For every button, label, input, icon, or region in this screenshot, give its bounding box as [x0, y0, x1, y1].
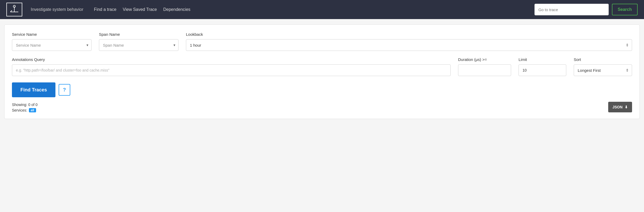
service-name-group: Service Name Service Name ▾: [12, 32, 92, 51]
search-panel: Service Name Service Name ▾ Span Name Sp…: [4, 24, 640, 119]
services-all-badge: all: [29, 108, 36, 112]
form-row-1: Service Name Service Name ▾ Span Name Sp…: [12, 32, 632, 51]
sort-label: Sort: [574, 57, 632, 62]
download-icon: ⬇: [625, 105, 628, 109]
status-left: Showing: 0 of 0 Services: all: [12, 101, 38, 112]
sort-select[interactable]: Longest First Shortest First Newest Firs…: [574, 64, 632, 76]
sort-select-wrapper: Longest First Shortest First Newest Firs…: [574, 64, 632, 76]
nav-view-saved[interactable]: View Saved Trace: [123, 7, 157, 12]
sort-group: Sort Longest First Shortest First Newest…: [574, 57, 632, 76]
duration-group: Duration (μs) >=: [458, 57, 511, 76]
span-name-select[interactable]: Span Name: [99, 39, 179, 51]
service-name-select[interactable]: Service Name: [12, 39, 92, 51]
nav-find-trace[interactable]: Find a trace: [94, 7, 116, 12]
duration-label: Duration (μs) >=: [458, 57, 511, 62]
lookback-label: Lookback: [186, 32, 632, 37]
header: Investigate system behavior Find a trace…: [0, 0, 644, 19]
services-label: Services:: [12, 108, 27, 112]
status-row: Showing: 0 of 0 Services: all JSON ⬇: [12, 101, 632, 112]
json-download-button[interactable]: JSON ⬇: [608, 102, 632, 112]
showing-text: Showing: 0 of 0: [12, 101, 38, 108]
annotations-input[interactable]: [12, 64, 451, 76]
limit-label: Limit: [519, 57, 566, 62]
lookback-select[interactable]: 1 hour 2 hours 6 hours 12 hours 1 day 2 …: [186, 39, 632, 51]
json-label: JSON: [612, 105, 623, 109]
service-name-label: Service Name: [12, 32, 92, 37]
buttons-row: Find Traces ?: [12, 82, 632, 97]
logo[interactable]: [6, 3, 22, 16]
annotations-label: Annotations Query: [12, 57, 451, 62]
limit-group: Limit: [519, 57, 566, 76]
lookback-group: Lookback 1 hour 2 hours 6 hours 12 hours…: [186, 32, 632, 51]
services-line: Services: all: [12, 108, 38, 112]
span-name-select-wrapper: Span Name ▾: [99, 39, 179, 51]
tagline: Investigate system behavior: [31, 7, 83, 12]
form-row-2: Annotations Query Duration (μs) >= Limit…: [12, 57, 632, 76]
span-name-label: Span Name: [99, 32, 179, 37]
nav-dependencies[interactable]: Dependencies: [163, 7, 190, 12]
limit-input[interactable]: [519, 64, 566, 76]
search-button[interactable]: Search: [612, 4, 638, 15]
help-button[interactable]: ?: [59, 84, 70, 96]
find-traces-button[interactable]: Find Traces: [12, 82, 55, 97]
logo-box: [6, 3, 22, 16]
annotations-group: Annotations Query: [12, 57, 451, 76]
main-content: Service Name Service Name ▾ Span Name Sp…: [0, 19, 644, 124]
question-mark-icon: ?: [63, 87, 66, 93]
span-name-group: Span Name Span Name ▾: [99, 32, 179, 51]
duration-input[interactable]: [458, 64, 511, 76]
nav-links: Find a trace View Saved Trace Dependenci…: [94, 7, 190, 12]
go-to-trace-input[interactable]: [534, 4, 609, 15]
lookback-select-wrapper: 1 hour 2 hours 6 hours 12 hours 1 day 2 …: [186, 39, 632, 51]
search-container: Search: [534, 4, 638, 15]
service-name-select-wrapper: Service Name ▾: [12, 39, 92, 51]
